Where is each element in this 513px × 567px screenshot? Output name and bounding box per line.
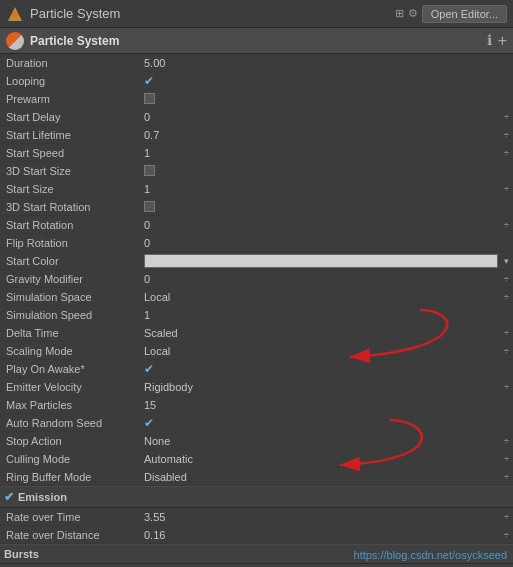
prop-value: 0.7 ÷ [144, 129, 509, 141]
prop-label: Emitter Velocity [4, 381, 144, 393]
particle-system-icon [6, 5, 24, 23]
table-row: Ring Buffer ModeDisabled ÷ [0, 468, 513, 486]
table-row: Max Particles15 [0, 396, 513, 414]
table-row: 3D Start Rotation [0, 198, 513, 216]
table-row: Looping✔ [0, 72, 513, 90]
prop-value-text: 0 [144, 273, 150, 285]
dropdown-arrow[interactable]: ÷ [504, 436, 509, 446]
dropdown-arrow[interactable]: ÷ [504, 346, 509, 356]
table-row: Culling ModeAutomatic ÷ [0, 450, 513, 468]
prop-value: Local ÷ [144, 291, 509, 303]
window-title: Particle System [30, 6, 395, 21]
prop-value: 3.55 ÷ [144, 511, 509, 523]
dropdown-arrow[interactable]: ÷ [504, 454, 509, 464]
prop-value-text: 1 [144, 147, 150, 159]
checkbox-checked[interactable]: ✔ [144, 362, 154, 376]
dropdown-arrow[interactable]: ÷ [504, 292, 509, 302]
emission-section-label[interactable]: ✔ Emission [0, 486, 513, 508]
open-editor-button[interactable]: Open Editor... [422, 5, 507, 23]
table-row: 3D Start Size [0, 162, 513, 180]
table-row: Rate over Time3.55 ÷ [0, 508, 513, 526]
prop-value: 1 ÷ [144, 147, 509, 159]
prop-label: Delta Time [4, 327, 144, 339]
table-row: Duration5.00 [0, 54, 513, 72]
dropdown-arrow[interactable]: ÷ [504, 220, 509, 230]
prop-value: 0 ÷ [144, 111, 509, 123]
table-row: Auto Random Seed✔ [0, 414, 513, 432]
prop-label: Gravity Modifier [4, 273, 144, 285]
prop-label: Simulation Speed [4, 309, 144, 321]
prop-label: Start Delay [4, 111, 144, 123]
layout-icon[interactable]: ⊞ [395, 7, 404, 20]
prop-label: 3D Start Size [4, 165, 144, 177]
table-row: Gravity Modifier0 ÷ [0, 270, 513, 288]
prop-value-text: Disabled [144, 471, 187, 483]
dropdown-arrow[interactable]: ÷ [504, 530, 509, 540]
prop-value: Scaled ÷ [144, 327, 509, 339]
dropdown-arrow[interactable]: ÷ [504, 112, 509, 122]
prop-label: Prewarm [4, 93, 144, 105]
prop-value: Automatic ÷ [144, 453, 509, 465]
checkbox-checked[interactable]: ✔ [144, 74, 154, 88]
dropdown-arrow[interactable]: ÷ [504, 512, 509, 522]
particle-icon [6, 32, 24, 50]
prop-value: 1 ÷ [144, 183, 509, 195]
prop-value-text: 1 [144, 309, 150, 321]
prop-value-text: 5.00 [144, 57, 165, 69]
prop-label: Duration [4, 57, 144, 69]
prop-label: Simulation Space [4, 291, 144, 303]
gear-icon[interactable]: ⚙ [408, 7, 418, 20]
checkbox-unchecked[interactable] [144, 201, 155, 212]
property-list: Duration5.00Looping✔PrewarmStart Delay0 … [0, 54, 513, 486]
dropdown-arrow[interactable]: ÷ [504, 148, 509, 158]
prop-label: 3D Start Rotation [4, 201, 144, 213]
prop-value-text: Automatic [144, 453, 193, 465]
prop-label: Stop Action [4, 435, 144, 447]
prop-value: None ÷ [144, 435, 509, 447]
add-icon[interactable]: + [498, 32, 507, 50]
prop-label: Rate over Distance [4, 529, 144, 541]
prop-value-text: Rigidbody [144, 381, 193, 393]
prop-value-text: 0 [144, 219, 150, 231]
section-title: Particle System [30, 34, 487, 48]
prop-value: 0 ÷ [144, 219, 509, 231]
dropdown-arrow[interactable]: ÷ [504, 382, 509, 392]
dropdown-arrow[interactable]: ÷ [504, 274, 509, 284]
table-row: Start Speed1 ÷ [0, 144, 513, 162]
emission-property-list: Rate over Time3.55 ÷Rate over Distance0.… [0, 508, 513, 544]
prop-value: 0 [144, 237, 509, 249]
dropdown-arrow[interactable]: ÷ [504, 328, 509, 338]
prop-value: Local ÷ [144, 345, 509, 357]
prop-value-text: 1 [144, 183, 150, 195]
prop-label: Culling Mode [4, 453, 144, 465]
prop-value-text: None [144, 435, 170, 447]
checkbox-unchecked[interactable] [144, 165, 155, 176]
dropdown-arrow[interactable]: ÷ [504, 472, 509, 482]
prop-label: Ring Buffer Mode [4, 471, 144, 483]
section-actions: ℹ + [487, 32, 507, 50]
bursts-section-label: Bursts [0, 544, 513, 564]
dropdown-arrow[interactable]: ÷ [504, 184, 509, 194]
prop-value-text: 0 [144, 111, 150, 123]
prop-label: Start Lifetime [4, 129, 144, 141]
table-row: Flip Rotation0 [0, 234, 513, 252]
table-row: Simulation SpaceLocal ÷ [0, 288, 513, 306]
prop-value [144, 201, 509, 212]
prop-value-text: 15 [144, 399, 156, 411]
table-row: Start Size1 ÷ [0, 180, 513, 198]
prop-label: Play On Awake* [4, 363, 144, 375]
table-row: Scaling ModeLocal ÷ [0, 342, 513, 360]
prop-label: Max Particles [4, 399, 144, 411]
title-bar-icons: ⊞ ⚙ [395, 7, 418, 20]
table-row: Stop ActionNone ÷ [0, 432, 513, 450]
emission-check: ✔ [4, 490, 14, 504]
color-swatch[interactable] [144, 254, 498, 268]
title-bar: Particle System ⊞ ⚙ Open Editor... [0, 0, 513, 28]
table-row: Prewarm [0, 90, 513, 108]
properties-content: Duration5.00Looping✔PrewarmStart Delay0 … [0, 54, 513, 567]
checkbox-checked[interactable]: ✔ [144, 416, 154, 430]
checkbox-unchecked[interactable] [144, 93, 155, 104]
dropdown-arrow[interactable]: ÷ [504, 130, 509, 140]
info-icon[interactable]: ℹ [487, 32, 492, 50]
table-row: Emitter VelocityRigidbody ÷ [0, 378, 513, 396]
